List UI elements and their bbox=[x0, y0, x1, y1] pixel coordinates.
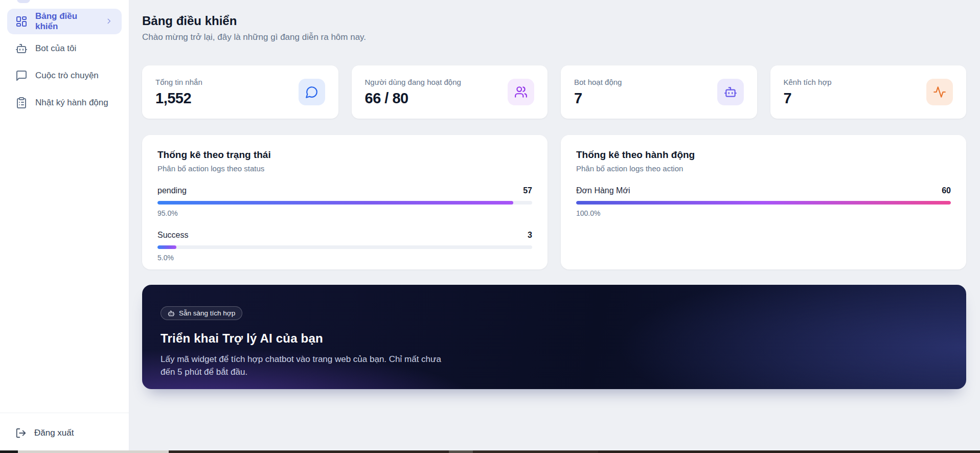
bar-percent: 100.0% bbox=[576, 209, 951, 217]
banner-description: Lấy mã widget để tích hợp chatbot vào tr… bbox=[161, 353, 449, 378]
chart-title: Thống kê theo hành động bbox=[576, 149, 951, 161]
message-square-icon bbox=[15, 70, 28, 82]
bar-label: pending bbox=[157, 186, 187, 195]
clipboard-list-icon bbox=[15, 97, 28, 109]
page-title: Bảng điều khiển bbox=[142, 13, 966, 29]
bar-value: 3 bbox=[528, 231, 532, 240]
stat-card-total-messages: Tổng tin nhắn 1,552 bbox=[142, 65, 338, 119]
progress-bar bbox=[157, 201, 532, 205]
chart-subtitle: Phân bố action logs theo status bbox=[157, 164, 532, 173]
bot-icon bbox=[717, 79, 744, 105]
charts-row: Thống kê theo trạng thái Phân bố action … bbox=[142, 135, 966, 269]
sidebar-item-dashboard[interactable]: Bảng điều khiển bbox=[7, 9, 122, 34]
stat-value: 7 bbox=[784, 90, 832, 107]
sidebar-item-label: Nhật ký hành động bbox=[35, 98, 108, 108]
chevron-right-icon bbox=[105, 17, 113, 26]
bar-row-pending: pending 57 95.0% bbox=[157, 186, 532, 217]
ready-badge: Sẵn sàng tích hợp bbox=[161, 306, 242, 320]
page-subtitle: Chào mừng trở lại, đây là những gì đang … bbox=[142, 32, 966, 43]
stat-value: 1,552 bbox=[155, 90, 202, 107]
stat-label: Kênh tích hợp bbox=[784, 78, 832, 86]
progress-bar bbox=[157, 245, 532, 249]
sidebar-item-label: Bot của tôi bbox=[35, 43, 76, 54]
ready-badge-label: Sẵn sàng tích hợp bbox=[179, 309, 235, 317]
sidebar-nav: Bảng điều khiển Bot của tôi Cuộc trò chu… bbox=[0, 0, 129, 116]
activity-icon bbox=[926, 79, 953, 105]
message-circle-icon bbox=[299, 79, 325, 105]
sidebar-item-label: Bảng điều khiển bbox=[35, 11, 97, 32]
chart-card-status: Thống kê theo trạng thái Phân bố action … bbox=[142, 135, 548, 269]
stat-value: 7 bbox=[574, 90, 622, 107]
chart-subtitle: Phân bố action logs theo action bbox=[576, 164, 951, 173]
stat-label: Bot hoạt động bbox=[574, 78, 622, 86]
bar-label: Success bbox=[157, 231, 188, 240]
bar-percent: 95.0% bbox=[157, 209, 532, 217]
progress-bar-fill bbox=[157, 245, 176, 249]
bar-row-new-order: Đơn Hàng Mới 60 100.0% bbox=[576, 186, 951, 217]
sidebar-item-action-logs[interactable]: Nhật ký hành động bbox=[7, 90, 122, 116]
bar-percent: 5.0% bbox=[157, 254, 532, 262]
layout-dashboard-icon bbox=[15, 15, 28, 28]
cta-banner: Sẵn sàng tích hợp Triển khai Trợ lý AI c… bbox=[142, 285, 966, 389]
stat-card-active-bots: Bot hoạt động 7 bbox=[561, 65, 757, 119]
main-content: Bảng điều khiển Chào mừng trở lại, đây l… bbox=[129, 0, 980, 453]
progress-bar bbox=[576, 201, 951, 205]
logout-label: Đăng xuất bbox=[34, 428, 74, 438]
sidebar-item-my-bots[interactable]: Bot của tôi bbox=[7, 36, 122, 61]
progress-bar-fill bbox=[576, 201, 951, 205]
sidebar-item-label: Cuộc trò chuyện bbox=[35, 71, 99, 81]
bar-row-success: Success 3 5.0% bbox=[157, 231, 532, 262]
bar-label: Đơn Hàng Mới bbox=[576, 186, 630, 195]
bar-value: 57 bbox=[523, 186, 532, 195]
sidebar-footer: Đăng xuất bbox=[0, 413, 129, 453]
sidebar-item-conversations[interactable]: Cuộc trò chuyện bbox=[7, 63, 122, 88]
bar-value: 60 bbox=[942, 186, 951, 195]
stat-card-active-users: Người dùng đang hoạt động 66 / 80 bbox=[352, 65, 548, 119]
logout-button[interactable]: Đăng xuất bbox=[15, 427, 74, 439]
users-icon bbox=[508, 79, 534, 105]
banner-title: Triển khai Trợ lý AI của bạn bbox=[161, 331, 948, 346]
log-out-icon bbox=[15, 427, 27, 439]
stats-row: Tổng tin nhắn 1,552 Người dùng đang hoạt… bbox=[142, 65, 966, 119]
sidebar: Bảng điều khiển Bot của tôi Cuộc trò chu… bbox=[0, 0, 129, 453]
chart-title: Thống kê theo trạng thái bbox=[157, 149, 532, 161]
bot-icon bbox=[168, 310, 175, 317]
progress-bar-fill bbox=[157, 201, 513, 205]
taskbar-strip bbox=[0, 450, 980, 453]
bot-icon bbox=[15, 42, 28, 55]
stat-value: 66 / 80 bbox=[365, 90, 461, 107]
stat-label: Tổng tin nhắn bbox=[155, 78, 202, 86]
chart-card-action: Thống kê theo hành động Phân bố action l… bbox=[561, 135, 966, 269]
stat-card-channels: Kênh tích hợp 7 bbox=[770, 65, 967, 119]
stat-label: Người dùng đang hoạt động bbox=[365, 78, 461, 86]
